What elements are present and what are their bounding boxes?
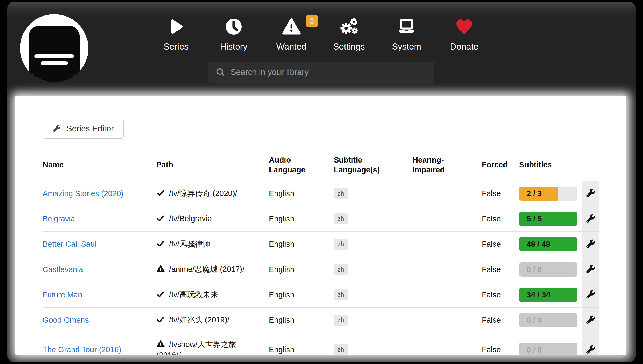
subtitles-progress: 2 / 3 [519, 187, 577, 201]
nav-item-label: Series [164, 42, 189, 52]
subtitle-language-badge: zh [334, 188, 348, 199]
search-bar [208, 62, 434, 83]
tv-icon [29, 26, 79, 82]
check-icon [156, 239, 165, 248]
table-row: Amazing Stories (2020) /tv/惊异传奇 (2020)/ … [43, 181, 599, 206]
subtitle-languages: zh [334, 188, 412, 199]
play-icon [166, 17, 186, 36]
subtitles-progress-label: 0 / 0 [527, 265, 542, 274]
actions-cell [582, 282, 599, 307]
series-path: /tv/好兆头 (2019)/ [156, 315, 269, 325]
subtitles-progress: 0 / 0 [519, 313, 577, 327]
edit-series-button[interactable] [586, 214, 596, 224]
subtitle-language-badge: zh [334, 213, 348, 224]
wrench-icon [53, 124, 61, 133]
edit-series-button[interactable] [586, 264, 596, 274]
check-icon [156, 290, 165, 298]
check-icon [156, 315, 165, 324]
subtitles-progress: 5 / 5 [519, 212, 577, 226]
wrench-icon [586, 290, 596, 300]
forced-value: False [482, 290, 519, 299]
search-icon [215, 67, 226, 78]
table-row: The Grand Tour (2016) /tvshow/大世界之旅 (201… [43, 333, 599, 355]
subtitle-languages: zh [334, 239, 412, 250]
series-name-link[interactable]: The Grand Tour (2016) [43, 345, 121, 354]
series-path: /tvshow/大世界之旅 (2016)/ [156, 339, 269, 355]
nav-item-settings[interactable]: Settings [320, 12, 378, 52]
col-header-subtitles: Subtitles [519, 160, 582, 170]
series-editor-label: Series Editor [66, 124, 114, 134]
subtitle-languages: zh [334, 264, 412, 275]
nav-item-label: Donate [450, 42, 478, 52]
wanted-count-badge: 3 [306, 15, 318, 27]
series-path: /tv/高玩救未来 [156, 289, 269, 300]
nav-item-wanted[interactable]: Wanted 3 [263, 12, 320, 52]
subtitle-languages: zh [334, 289, 412, 300]
wrench-icon [586, 315, 596, 325]
series-name-link[interactable]: Belgravia [43, 215, 75, 223]
clock-icon [224, 17, 243, 36]
nav-item-label: System [392, 42, 421, 52]
audio-language: English [269, 240, 334, 249]
edit-series-button[interactable] [586, 345, 596, 355]
edit-series-button[interactable] [586, 290, 596, 300]
wrench-icon [586, 188, 596, 199]
gears-icon [339, 17, 359, 36]
subtitle-language-badge: zh [334, 315, 348, 326]
forced-value: False [482, 316, 519, 325]
subtitles-progress-label: 5 / 5 [527, 215, 542, 223]
subtitle-languages: zh [334, 315, 412, 326]
series-path: /tv/惊异传奇 (2020)/ [156, 188, 269, 199]
series-name-link[interactable]: Castlevania [43, 265, 83, 274]
subtitles-progress-label: 2 / 3 [527, 189, 542, 198]
app-window: Series History Wanted 3 Settings System … [7, 2, 636, 362]
table-row: Belgravia /tv/Belgravia English zh False… [43, 206, 599, 231]
edit-series-button[interactable] [586, 315, 596, 325]
laptop-icon [397, 17, 416, 36]
series-editor-button[interactable]: Series Editor [43, 119, 124, 139]
series-table: Name Path Audio Language Subtitle Langua… [43, 149, 599, 355]
series-name-link[interactable]: Amazing Stories (2020) [43, 189, 124, 198]
forced-value: False [482, 189, 519, 198]
subtitle-languages: zh [334, 344, 412, 355]
subtitle-line [41, 61, 68, 65]
bazarr-logo[interactable] [20, 14, 88, 82]
check-icon [156, 214, 165, 223]
series-path: /tv/风骚律师 [156, 239, 269, 249]
col-header-audio-language: Audio Language [269, 155, 334, 175]
nav-item-label: Settings [333, 42, 365, 52]
nav-item-donate[interactable]: Donate [435, 12, 493, 52]
audio-language: English [269, 265, 334, 274]
actions-cell [582, 206, 599, 231]
series-path: /anime/恶魔城 (2017)/ [156, 264, 269, 274]
table-row: Castlevania /anime/恶魔城 (2017)/ English z… [43, 257, 599, 282]
col-header-forced: Forced [482, 160, 519, 170]
nav-item-history[interactable]: History [205, 12, 263, 52]
table-body: Amazing Stories (2020) /tv/惊异传奇 (2020)/ … [43, 181, 599, 355]
nav-item-label: History [220, 42, 248, 52]
series-name-link[interactable]: Good Omens [43, 316, 89, 324]
edit-series-button[interactable] [586, 239, 596, 249]
actions-cell [582, 181, 599, 206]
subtitle-line [34, 54, 74, 58]
search-input[interactable] [231, 67, 427, 77]
subtitles-progress-label: 49 / 49 [527, 240, 550, 249]
table-row: Better Call Saul /tv/风骚律师 English zh Fal… [43, 231, 599, 257]
col-header-subtitle-languages: Subtitle Language(s) [334, 155, 412, 175]
subtitle-language-badge: zh [334, 239, 348, 250]
actions-cell [582, 257, 599, 282]
edit-series-button[interactable] [586, 188, 596, 199]
audio-language: English [269, 316, 334, 325]
series-name-link[interactable]: Future Man [43, 290, 82, 299]
subtitles-progress-label: 0 / 0 [527, 345, 542, 354]
series-name-link[interactable]: Better Call Saul [43, 240, 97, 248]
warning-icon [156, 340, 165, 348]
nav-item-system[interactable]: System [378, 12, 435, 52]
audio-language: English [269, 215, 334, 223]
table-header-row: Name Path Audio Language Subtitle Langua… [43, 149, 599, 181]
table-row: Future Man /tv/高玩救未来 English zh False 34… [43, 282, 599, 307]
audio-language: English [269, 189, 334, 198]
subtitles-progress-label: 34 / 34 [527, 290, 550, 299]
heart-icon [455, 17, 474, 36]
nav-item-series[interactable]: Series [147, 12, 205, 52]
